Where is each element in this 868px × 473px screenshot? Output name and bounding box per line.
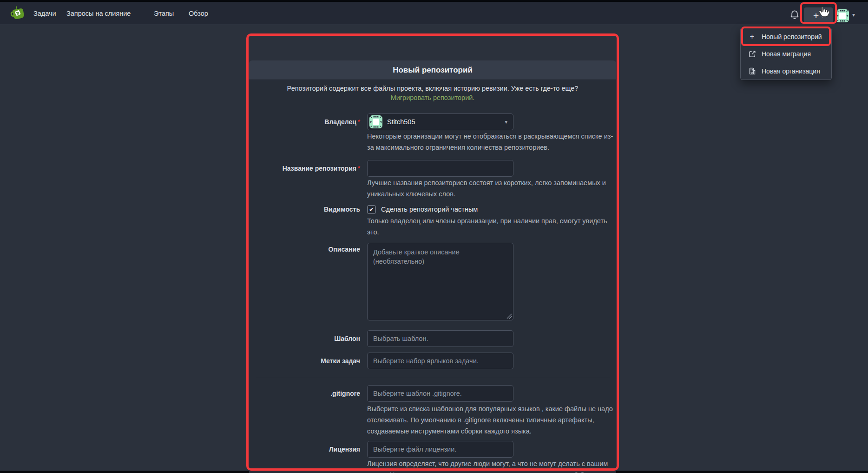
new-repository-form: Новый репозиторий Репозиторий содержит в…	[249, 60, 616, 473]
license-label: Лицензия	[249, 441, 360, 458]
owner-value: Stitch505	[387, 118, 415, 126]
page-content: Новый репозиторий Репозиторий содержит в…	[0, 24, 868, 471]
form-header: Новый репозиторий	[249, 60, 616, 80]
migrate-repository-link[interactable]: Мигрировать репозиторий.	[391, 94, 475, 101]
nav-item-milestones[interactable]: Этапы	[154, 9, 174, 18]
issue-labels-select[interactable]	[367, 353, 513, 369]
menu-item-label: Новый репозиторий	[762, 33, 822, 40]
owner-help: Некоторые организации могут не отображат…	[367, 131, 616, 153]
owner-label: Владелец*	[249, 113, 360, 130]
gitignore-label: .gitignore	[249, 385, 360, 402]
repo-name-help: Лучшие названия репозиториев состоят из …	[367, 177, 616, 200]
chevron-down-icon: ▾	[505, 119, 507, 125]
create-menu: + Новый репозиторий Новая миграция	[740, 27, 832, 80]
menu-item-new-repository[interactable]: + Новый репозиторий	[741, 28, 831, 45]
navbar: Задачи Запросы на слияние Этапы Обзор + …	[0, 2, 868, 24]
identicon-avatar	[369, 115, 382, 128]
license-help: Лицензия определяет, что другие люди мог…	[367, 458, 616, 473]
gitignore-select[interactable]	[367, 385, 513, 402]
owner-avatar	[369, 115, 382, 128]
user-avatar[interactable]	[836, 9, 849, 22]
check-icon: ✔	[369, 206, 374, 213]
required-mark: *	[358, 118, 360, 125]
template-select[interactable]	[367, 330, 513, 347]
repo-name-label: Название репозитория*	[249, 160, 360, 177]
owner-select[interactable]: Stitch505 ▾	[367, 113, 513, 130]
license-select[interactable]	[367, 441, 513, 458]
menu-item-new-organization[interactable]: Новая организация	[741, 62, 831, 80]
menu-item-new-migration[interactable]: Новая миграция	[741, 45, 831, 62]
identicon-avatar	[836, 9, 849, 22]
gitea-logo-icon[interactable]	[7, 5, 25, 23]
repo-name-label-text: Название репозитория	[283, 165, 356, 172]
form-divider	[256, 377, 610, 377]
nav-item-explore[interactable]: Обзор	[189, 9, 208, 18]
license-help-text: Лицензия определяет, что другие люди мог…	[367, 460, 611, 473]
required-mark: *	[358, 165, 360, 172]
notifications-button[interactable]	[789, 9, 800, 20]
page-title: Новый репозиторий	[393, 66, 473, 75]
page: Задачи Запросы на слияние Этапы Обзор + …	[0, 0, 868, 473]
owner-label-text: Владелец	[324, 118, 356, 126]
chevron-down-icon[interactable]: ▾	[852, 12, 855, 18]
chevron-down-icon: ▾	[821, 13, 824, 19]
plus-icon: +	[813, 11, 819, 20]
visibility-label: Видимость	[249, 205, 360, 214]
nav-item-issues[interactable]: Задачи	[33, 9, 56, 18]
organization-icon	[748, 67, 756, 75]
issue-labels-label: Метки задач	[249, 353, 360, 369]
gitignore-help: Выберите из списка шаблонов для популярн…	[367, 403, 616, 437]
menu-item-label: Новая миграция	[762, 50, 811, 58]
menu-item-label: Новая организация	[762, 67, 820, 75]
migration-icon	[748, 49, 756, 58]
form-intro: Репозиторий содержит все файлы проекта, …	[270, 84, 595, 102]
template-label: Шаблон	[249, 330, 360, 347]
repo-name-input[interactable]	[367, 160, 513, 177]
create-new-button[interactable]: + ▾	[804, 7, 833, 24]
plus-icon: +	[748, 32, 756, 41]
private-checkbox-label[interactable]: Сделать репозиторий частным	[381, 205, 478, 214]
bell-icon	[789, 9, 800, 20]
nav-item-pull-requests[interactable]: Запросы на слияние	[66, 9, 131, 18]
description-textarea[interactable]	[367, 243, 513, 320]
description-label: Описание	[249, 245, 360, 254]
visibility-help: Только владелец или члены организации, п…	[367, 215, 616, 238]
intro-text: Репозиторий содержит все файлы проекта, …	[287, 85, 579, 92]
private-checkbox[interactable]: ✔	[367, 205, 376, 214]
